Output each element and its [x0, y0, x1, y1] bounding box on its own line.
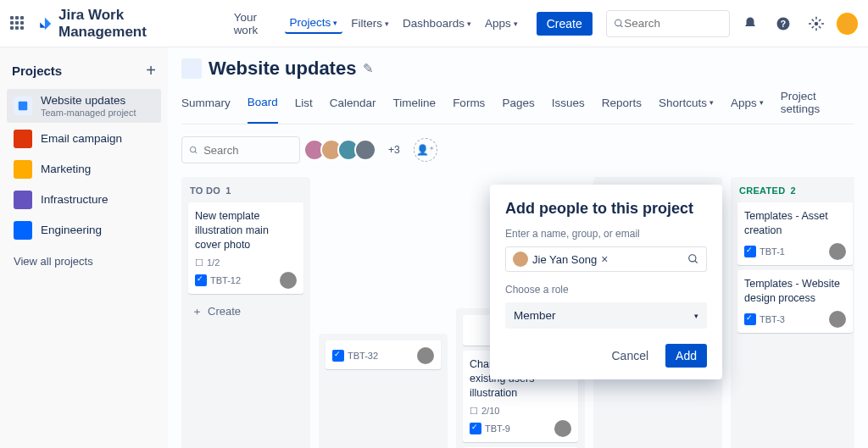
tab-project-settings[interactable]: Project settings	[781, 90, 854, 124]
modal-title: Add people to this project	[505, 200, 707, 218]
sidebar-item-infrastructure[interactable]: Infrastructure	[7, 185, 161, 214]
nav-filters[interactable]: Filters▾	[346, 14, 394, 33]
column-todo: TO DO1 New template illustration main co…	[181, 177, 310, 448]
subtask-count: ☐ 1/2	[195, 257, 297, 268]
svg-rect-5	[19, 102, 28, 111]
edit-title-icon[interactable]: ✎	[363, 61, 374, 76]
add-people-button[interactable]: 👤⁺	[414, 138, 437, 162]
svg-text:?: ?	[781, 18, 786, 28]
member-avatars[interactable]	[309, 139, 376, 161]
sidebar-title: Projects	[12, 64, 62, 78]
add-button[interactable]: Add	[665, 344, 707, 368]
sidebar-item-website-updates[interactable]: Website updatesTeam-managed project	[7, 89, 161, 123]
tab-issues[interactable]: Issues	[552, 90, 585, 124]
task-type-icon	[195, 274, 207, 286]
svg-line-1	[620, 25, 623, 27]
chevron-down-icon: ▾	[694, 312, 698, 320]
nav-projects[interactable]: Projects▾	[285, 13, 343, 34]
add-project-icon[interactable]: +	[146, 61, 156, 80]
sidebar-item-engineering[interactable]: Engineering	[7, 216, 161, 245]
tab-pages[interactable]: Pages	[502, 90, 534, 124]
nav-dashboards[interactable]: Dashboards▾	[398, 14, 476, 33]
name-hint: Enter a name, group, or email	[505, 228, 707, 240]
settings-icon[interactable]	[803, 10, 829, 37]
project-tabs: Summary Board List Calendar Timeline For…	[181, 90, 854, 124]
tab-calendar[interactable]: Calendar	[330, 90, 376, 124]
tab-apps[interactable]: Apps▾	[731, 90, 764, 124]
board-search-input[interactable]	[203, 144, 292, 157]
nav-your-work[interactable]: Your work	[229, 8, 281, 40]
project-content: Website updates ✎ Summary Board List Cal…	[168, 47, 868, 448]
notifications-icon[interactable]	[737, 10, 763, 37]
global-search-input[interactable]	[624, 17, 722, 30]
sidebar-item-marketing[interactable]: Marketing	[7, 155, 161, 184]
project-title: Website updates	[209, 58, 356, 80]
tab-board[interactable]: Board	[248, 90, 278, 124]
sidebar: Projects + Website updatesTeam-managed p…	[0, 47, 168, 448]
project-icon	[181, 58, 202, 79]
avatar-overflow[interactable]: +3	[388, 144, 400, 156]
search-icon	[687, 253, 699, 265]
global-nav: Your work Projects▾ Filters▾ Dashboards▾…	[229, 8, 523, 40]
assignee-avatar[interactable]	[280, 272, 297, 289]
global-search[interactable]	[606, 10, 730, 37]
nav-apps[interactable]: Apps▾	[480, 14, 523, 33]
remove-chip-icon[interactable]: ×	[601, 252, 608, 266]
role-select[interactable]: Member ▾	[505, 302, 707, 329]
topbar: Jira Work Management Your work Projects▾…	[0, 0, 868, 47]
product-name: Jira Work Management	[58, 7, 212, 41]
tab-forms[interactable]: Forms	[453, 90, 485, 124]
app-switcher-icon[interactable]	[10, 16, 25, 31]
create-card-button[interactable]: ＋ Create	[188, 299, 303, 324]
add-people-modal: Add people to this project Enter a name,…	[490, 185, 722, 379]
column-created: CREATED2 Templates - Asset creation TBT-…	[731, 177, 854, 448]
help-icon[interactable]: ?	[770, 10, 796, 37]
chevron-down-icon: ▾	[333, 19, 337, 27]
tab-shortcuts[interactable]: Shortcuts▾	[659, 90, 714, 124]
tab-timeline[interactable]: Timeline	[393, 90, 437, 124]
cancel-button[interactable]: Cancel	[603, 344, 657, 368]
role-label: Choose a role	[505, 284, 707, 296]
chip-avatar	[513, 252, 528, 267]
tab-summary[interactable]: Summary	[181, 90, 231, 124]
product-logo[interactable]: Jira Work Management	[37, 7, 212, 41]
svg-point-0	[615, 19, 620, 25]
tab-reports[interactable]: Reports	[602, 90, 642, 124]
card[interactable]: New template illustration main cover pho…	[188, 202, 303, 294]
card[interactable]: TBT-32	[326, 340, 441, 369]
tab-list[interactable]: List	[295, 90, 313, 124]
create-button[interactable]: Create	[537, 12, 593, 36]
profile-avatar[interactable]	[837, 13, 858, 35]
svg-point-6	[190, 147, 196, 152]
card[interactable]: Templates - Asset creation TBT-1	[737, 202, 853, 265]
svg-line-7	[195, 151, 197, 152]
svg-point-4	[815, 21, 819, 25]
svg-point-8	[689, 255, 696, 262]
column-partial-1: TBT-32	[319, 334, 448, 448]
view-all-projects-link[interactable]: View all projects	[7, 246, 161, 276]
svg-line-9	[695, 261, 698, 263]
sidebar-item-email-campaign[interactable]: Email campaign	[7, 124, 161, 153]
people-picker[interactable]: Jie Yan Song ×	[505, 246, 707, 272]
person-chip[interactable]: Jie Yan Song ×	[513, 252, 608, 267]
board-search[interactable]	[181, 136, 300, 163]
card[interactable]: Templates - Website design process TBT-3	[737, 270, 853, 333]
